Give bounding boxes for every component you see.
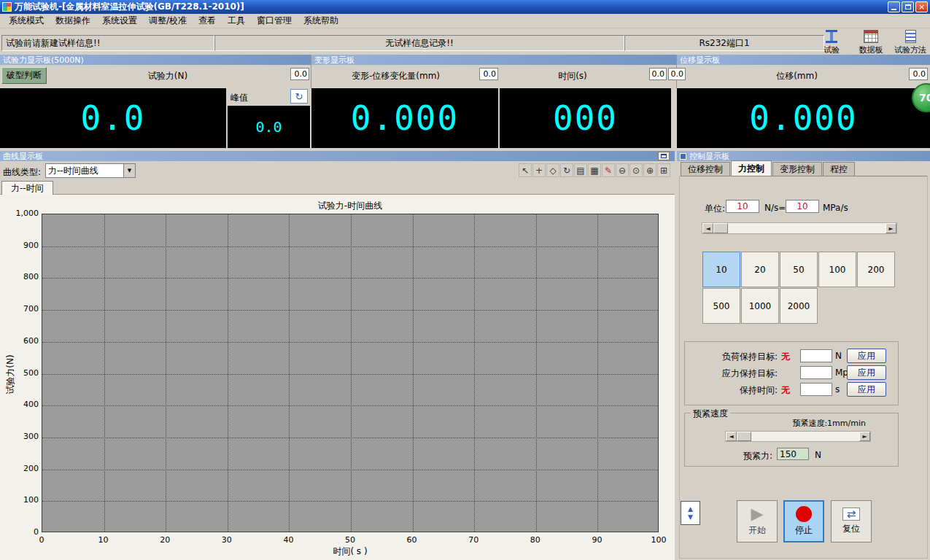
reset-button-label: 复位 — [842, 523, 860, 535]
speed-button-grid: 10205010020050010002000 — [702, 252, 895, 324]
maximize-button[interactable] — [902, 1, 914, 12]
y-tick-label: 800 — [5, 272, 39, 281]
preload-scrollbar-track[interactable] — [751, 432, 859, 441]
pointer-icon[interactable]: ↖ — [519, 163, 532, 177]
zoom-in-icon[interactable]: ⊕ — [643, 163, 656, 177]
down-arrow-icon: ▼ — [688, 513, 693, 521]
scroll-right-icon[interactable]: ► — [859, 432, 870, 441]
menu-item[interactable]: 工具 — [222, 13, 251, 28]
close-button[interactable]: × — [915, 1, 928, 12]
preload-scrollbar[interactable]: ◄ ► — [725, 431, 871, 442]
test-icon — [824, 30, 839, 43]
annotate-icon[interactable]: ✎ — [602, 163, 615, 177]
test-method-button-label: 试验方法 — [894, 44, 926, 55]
time-led-display: 000 — [500, 88, 671, 148]
peak-reset-button[interactable]: ↻ — [290, 89, 308, 104]
curve-toolbar: 曲线类型: 力--时间曲线 ▼ ↖+◇↻▤▦✎⊖⊙⊕⊞ — [0, 161, 675, 180]
menu-item[interactable]: 系统帮助 — [298, 13, 344, 28]
stop-icon — [796, 506, 812, 522]
displacement-small-value: 0.0 — [909, 68, 928, 80]
print-icon[interactable]: ▦ — [588, 163, 601, 177]
chevron-down-icon[interactable]: ▼ — [123, 164, 135, 177]
curve-type-dropdown[interactable]: 力--时间曲线 ▼ — [45, 163, 136, 178]
jog-updown-button[interactable]: ▲ ▼ — [681, 501, 700, 525]
preload-force-unit: N — [815, 450, 821, 460]
zoom-out-icon[interactable]: ⊖ — [616, 163, 629, 177]
tab-力控制[interactable]: 力控制 — [731, 160, 772, 176]
speed-button-20[interactable]: 20 — [741, 252, 779, 287]
speed-button-2000[interactable]: 2000 — [780, 288, 818, 324]
peak-strip: 峰值 ↻ — [228, 88, 310, 106]
minimize-button[interactable] — [888, 1, 900, 12]
speed-button-10[interactable]: 10 — [702, 252, 740, 287]
preload-force-input[interactable] — [777, 448, 809, 460]
hold-value-input[interactable] — [800, 349, 832, 362]
start-button-label: 开始 — [748, 524, 766, 537]
zoom-window-icon[interactable]: ⊞ — [657, 163, 670, 177]
crosshair-icon[interactable]: + — [532, 163, 546, 177]
reset-button[interactable]: ⇄ 复位 — [831, 500, 872, 542]
test-method-button[interactable]: 试验方法 — [894, 30, 927, 55]
chart-plot — [42, 214, 659, 532]
test-button[interactable]: 试验 — [815, 30, 848, 55]
top-toolbar: 试验 数据板 试验方法 — [815, 30, 927, 55]
curve-tab-force-time[interactable]: 力--时间 — [1, 181, 53, 195]
apply-button[interactable]: 应用 — [847, 349, 886, 363]
save-icon[interactable]: ▤ — [574, 163, 587, 177]
menu-item[interactable]: 系统设置 — [96, 13, 143, 28]
preload-group: 预紧速度 预紧速度:1mm/min ◄ ► 预紧力: N — [684, 413, 899, 467]
speed-button-200[interactable]: 200 — [857, 252, 895, 287]
control-panel: 位移控制力控制变形控制程控 单位: N/s= MPa/s ◄ ► 1020501… — [677, 161, 930, 560]
curve-type-value: 力--时间曲线 — [46, 165, 123, 177]
refresh-icon[interactable]: ↻ — [560, 163, 573, 177]
scroll-right-icon[interactable]: ► — [886, 223, 896, 233]
stress-rate-input[interactable] — [786, 200, 819, 213]
menu-item[interactable]: 窗口管理 — [251, 13, 298, 28]
tab-程控[interactable]: 程控 — [823, 162, 855, 176]
v-gridline — [597, 214, 598, 532]
scroll-left-icon[interactable]: ◄ — [702, 223, 713, 233]
h-gridline — [42, 374, 658, 375]
x-tick-label: 40 — [274, 535, 303, 545]
hold-row: 负荷保持目标:无N应用 — [685, 349, 898, 363]
force-rate-input[interactable] — [726, 200, 759, 213]
menu-item[interactable]: 数据操作 — [50, 13, 96, 28]
hold-value-input[interactable] — [800, 366, 832, 379]
start-button[interactable]: ▶ 开始 — [737, 500, 778, 542]
apply-button[interactable]: 应用 — [847, 382, 886, 397]
rate-scrollbar-track[interactable] — [728, 223, 886, 233]
v-gridline — [289, 214, 290, 532]
menu-item[interactable]: 查看 — [193, 13, 222, 28]
speed-button-100[interactable]: 100 — [818, 252, 856, 287]
scroll-left-icon[interactable]: ◄ — [726, 432, 737, 441]
break-judge-button[interactable]: 破型判断 — [1, 67, 47, 84]
data-panel-button[interactable]: 数据板 — [854, 30, 888, 55]
curve-panel-minimize-button[interactable] — [658, 152, 670, 160]
rate-scrollbar[interactable]: ◄ ► — [702, 222, 897, 234]
h-gridline — [42, 501, 658, 502]
stop-button[interactable]: 停止 — [783, 500, 824, 542]
control-tabs: 位移控制力控制变形控制程控 — [681, 161, 927, 176]
hold-label: 应力保持目标: — [685, 368, 778, 380]
speed-button-500[interactable]: 500 — [702, 288, 740, 324]
speed-button-1000[interactable]: 1000 — [741, 288, 779, 324]
speed-button-50[interactable]: 50 — [780, 252, 818, 287]
zoom-normal-icon[interactable]: ⊙ — [629, 163, 643, 177]
hold-value-input[interactable] — [800, 383, 832, 396]
x-tick-label: 80 — [521, 535, 550, 545]
specimen-hint-cell: 试验前请新建试样信息!! — [1, 35, 214, 51]
tab-变形控制[interactable]: 变形控制 — [772, 162, 822, 176]
menu-item[interactable]: 调整/校准 — [143, 13, 193, 28]
menu-item[interactable]: 系统模式 — [3, 13, 50, 28]
tab-位移控制[interactable]: 位移控制 — [681, 162, 730, 176]
apply-button[interactable]: 应用 — [847, 365, 886, 380]
rate-scrollbar-thumb[interactable] — [713, 223, 728, 233]
y-tick-label: 300 — [5, 432, 39, 441]
x-tick-label: 0 — [27, 535, 56, 545]
deform-label: 变形-位移变化量(mm) — [314, 70, 478, 82]
preload-group-title: 预紧速度 — [691, 408, 730, 420]
preload-scrollbar-thumb[interactable] — [737, 432, 751, 441]
pan-icon[interactable]: ◇ — [546, 163, 559, 177]
h-gridline — [42, 438, 658, 438]
hold-label: 保持时间: — [685, 384, 778, 397]
